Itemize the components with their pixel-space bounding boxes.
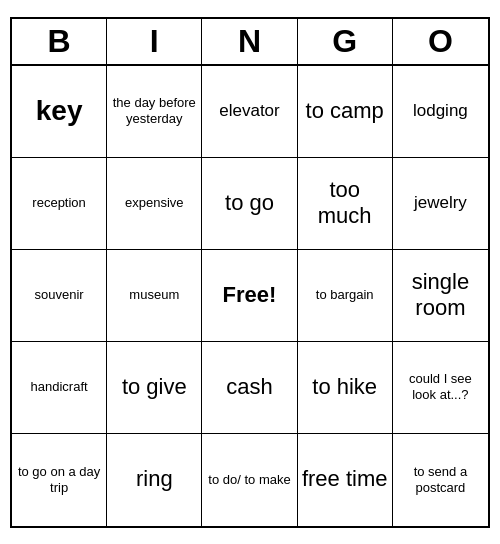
bingo-cell-20[interactable]: to go on a day trip [12,434,107,526]
bingo-cell-4[interactable]: lodging [393,66,488,158]
bingo-cell-11[interactable]: museum [107,250,202,342]
bingo-cell-7[interactable]: to go [202,158,297,250]
bingo-cell-8[interactable]: too much [298,158,393,250]
bingo-cell-1[interactable]: the day before yesterday [107,66,202,158]
bingo-cell-16[interactable]: to give [107,342,202,434]
bingo-cell-21[interactable]: ring [107,434,202,526]
header-n: N [202,19,297,64]
bingo-cell-19[interactable]: could I see look at...? [393,342,488,434]
bingo-cell-24[interactable]: to send a postcard [393,434,488,526]
header-i: I [107,19,202,64]
bingo-cell-2[interactable]: elevator [202,66,297,158]
bingo-cell-12[interactable]: Free! [202,250,297,342]
bingo-cell-22[interactable]: to do/ to make [202,434,297,526]
bingo-cell-13[interactable]: to bargain [298,250,393,342]
bingo-cell-5[interactable]: reception [12,158,107,250]
bingo-cell-18[interactable]: to hike [298,342,393,434]
bingo-board: B I N G O keythe day before yesterdayele… [10,17,490,528]
bingo-cell-0[interactable]: key [12,66,107,158]
bingo-cell-6[interactable]: expensive [107,158,202,250]
bingo-header: B I N G O [12,19,488,66]
bingo-cell-10[interactable]: souvenir [12,250,107,342]
bingo-cell-23[interactable]: free time [298,434,393,526]
header-b: B [12,19,107,64]
header-g: G [298,19,393,64]
bingo-cell-14[interactable]: single room [393,250,488,342]
bingo-grid: keythe day before yesterdayelevatorto ca… [12,66,488,526]
header-o: O [393,19,488,64]
bingo-cell-9[interactable]: jewelry [393,158,488,250]
bingo-cell-3[interactable]: to camp [298,66,393,158]
bingo-cell-15[interactable]: handicraft [12,342,107,434]
bingo-cell-17[interactable]: cash [202,342,297,434]
